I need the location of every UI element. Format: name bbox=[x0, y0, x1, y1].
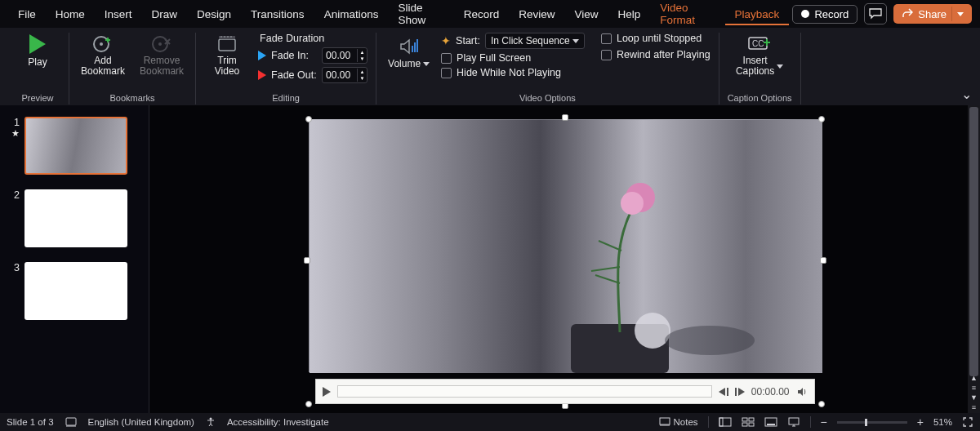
handle-mr[interactable] bbox=[820, 257, 826, 264]
svg-text:CC: CC bbox=[752, 39, 764, 48]
hide-while-not-playing-label: Hide While Not Playing bbox=[457, 67, 561, 78]
trim-video-button[interactable]: Trim Video bbox=[204, 33, 250, 78]
handle-tc[interactable] bbox=[562, 114, 568, 121]
player-volume-button[interactable] bbox=[796, 386, 808, 398]
player-play-button[interactable] bbox=[323, 387, 331, 397]
comments-button[interactable] bbox=[864, 3, 887, 24]
tab-view[interactable]: View bbox=[564, 3, 608, 25]
thumb-2[interactable] bbox=[24, 189, 127, 247]
fade-in-icon bbox=[258, 51, 266, 60]
fade-out-input[interactable] bbox=[323, 68, 357, 82]
loop-row[interactable]: Loop until Stopped bbox=[601, 33, 710, 44]
group-video-options: Volume ✦ Start: In Click Sequence Play F… bbox=[376, 33, 719, 104]
notes-label: Notes bbox=[674, 417, 698, 427]
trim-video-label: Trim Video bbox=[215, 56, 239, 77]
insert-captions-button[interactable]: CC Insert Captions bbox=[733, 33, 786, 78]
tab-transitions[interactable]: Transitions bbox=[241, 3, 314, 25]
tab-video-format[interactable]: Video Format bbox=[650, 0, 724, 31]
player-skip-back[interactable] bbox=[719, 388, 728, 396]
hide-while-not-playing-row[interactable]: Hide While Not Playing bbox=[441, 67, 585, 78]
insert-captions-label: Insert Captions bbox=[736, 56, 774, 77]
tab-slideshow[interactable]: Slide Show bbox=[388, 0, 453, 31]
view-reading-button[interactable] bbox=[764, 417, 777, 427]
fade-out-label: Fade Out: bbox=[271, 69, 317, 81]
add-bookmark-button[interactable]: Add Bookmark bbox=[78, 33, 128, 78]
vertical-scrollbar[interactable]: ▲ ≡ ▼ ≡ bbox=[968, 105, 980, 413]
share-button[interactable]: Share bbox=[893, 4, 972, 24]
thumb-number-3: 3 bbox=[8, 262, 20, 320]
tab-draw[interactable]: Draw bbox=[142, 3, 188, 25]
tab-insert[interactable]: Insert bbox=[95, 3, 142, 25]
workspace: 1 ★ 2 3 bbox=[0, 105, 980, 413]
svg-point-15 bbox=[621, 192, 644, 215]
svg-rect-27 bbox=[767, 424, 775, 425]
handle-tr[interactable] bbox=[818, 116, 825, 122]
loop-checkbox[interactable] bbox=[601, 33, 612, 44]
play-full-screen-checkbox[interactable] bbox=[441, 53, 452, 64]
start-select[interactable]: In Click Sequence bbox=[485, 33, 585, 49]
fit-to-window-button[interactable] bbox=[962, 416, 973, 428]
thumb-3[interactable] bbox=[24, 262, 127, 320]
thumb-1[interactable] bbox=[24, 117, 127, 175]
handle-tl[interactable] bbox=[305, 116, 312, 122]
scroll-next-icon[interactable]: ≡ bbox=[972, 404, 976, 411]
thumb-animation-star-icon: ★ bbox=[8, 128, 20, 139]
thumb-row-1[interactable]: 1 ★ bbox=[8, 117, 140, 175]
thumb-row-2[interactable]: 2 bbox=[8, 189, 140, 247]
handle-bl[interactable] bbox=[305, 401, 312, 407]
scroll-down-icon[interactable]: ▼ bbox=[970, 394, 978, 402]
volume-button[interactable]: Volume bbox=[385, 33, 433, 71]
status-accessibility[interactable]: Accessibility: Investigate bbox=[227, 417, 329, 427]
status-language[interactable]: English (United Kingdom) bbox=[88, 417, 194, 427]
scrollbar-thumb[interactable] bbox=[969, 107, 978, 376]
player-skip-fwd[interactable] bbox=[735, 388, 745, 396]
tab-home[interactable]: Home bbox=[46, 3, 95, 25]
view-normal-button[interactable] bbox=[719, 417, 732, 427]
notes-button[interactable]: Notes bbox=[659, 417, 698, 427]
status-bar: Slide 1 of 3 English (United Kingdom) Ac… bbox=[0, 413, 980, 431]
zoom-slider[interactable] bbox=[837, 421, 907, 424]
handle-ml[interactable] bbox=[304, 257, 310, 264]
fade-in-input[interactable] bbox=[323, 48, 357, 63]
ribbon-collapse-button[interactable]: ⌄ bbox=[961, 87, 972, 102]
remove-bookmark-icon bbox=[150, 34, 173, 54]
start-select-value: In Click Sequence bbox=[491, 35, 570, 47]
share-split-sep bbox=[951, 7, 952, 21]
group-bookmarks-label: Bookmarks bbox=[110, 93, 155, 104]
svg-rect-19 bbox=[660, 418, 670, 424]
tab-file[interactable]: File bbox=[8, 3, 46, 25]
thumb-row-3[interactable]: 3 bbox=[8, 262, 140, 320]
svg-point-13 bbox=[635, 313, 670, 349]
volume-icon bbox=[398, 34, 421, 57]
fade-in-spinner[interactable]: ▲▼ bbox=[322, 47, 368, 64]
tab-design[interactable]: Design bbox=[187, 3, 241, 25]
view-slideshow-button[interactable] bbox=[787, 417, 800, 427]
play-full-screen-row[interactable]: Play Full Screen bbox=[441, 52, 585, 64]
scroll-up-icon[interactable]: ▲ bbox=[970, 375, 978, 382]
svg-rect-25 bbox=[749, 423, 754, 426]
fade-out-spinner[interactable]: ▲▼ bbox=[322, 67, 368, 83]
video-object[interactable]: 00:00.00 bbox=[309, 114, 822, 404]
scroll-prev-icon[interactable]: ≡ bbox=[972, 384, 976, 392]
view-sorter-button[interactable] bbox=[742, 417, 755, 427]
hide-while-not-playing-checkbox[interactable] bbox=[441, 68, 452, 78]
zoom-slider-thumb[interactable] bbox=[865, 419, 867, 426]
status-slide[interactable]: Slide 1 of 3 bbox=[7, 417, 54, 427]
remove-bookmark-button[interactable]: Remove Bookmark bbox=[136, 33, 187, 78]
tab-animations[interactable]: Animations bbox=[314, 3, 389, 25]
play-button[interactable]: Play bbox=[15, 33, 60, 69]
zoom-out-button[interactable]: − bbox=[821, 415, 827, 429]
rewind-checkbox[interactable] bbox=[601, 50, 612, 60]
slide-canvas[interactable]: 00:00.00 bbox=[149, 105, 980, 413]
player-seek-track[interactable] bbox=[337, 385, 712, 398]
tab-help[interactable]: Help bbox=[608, 3, 651, 25]
zoom-percent[interactable]: 51% bbox=[933, 417, 952, 427]
video-frame[interactable] bbox=[309, 119, 822, 372]
tab-review[interactable]: Review bbox=[509, 3, 564, 25]
record-button[interactable]: Record bbox=[792, 5, 858, 24]
tab-playback[interactable]: Playback bbox=[725, 3, 790, 25]
rewind-row[interactable]: Rewind after Playing bbox=[601, 49, 710, 60]
zoom-in-button[interactable]: + bbox=[917, 415, 924, 429]
handle-br[interactable] bbox=[818, 401, 825, 407]
tab-record[interactable]: Record bbox=[454, 3, 510, 25]
